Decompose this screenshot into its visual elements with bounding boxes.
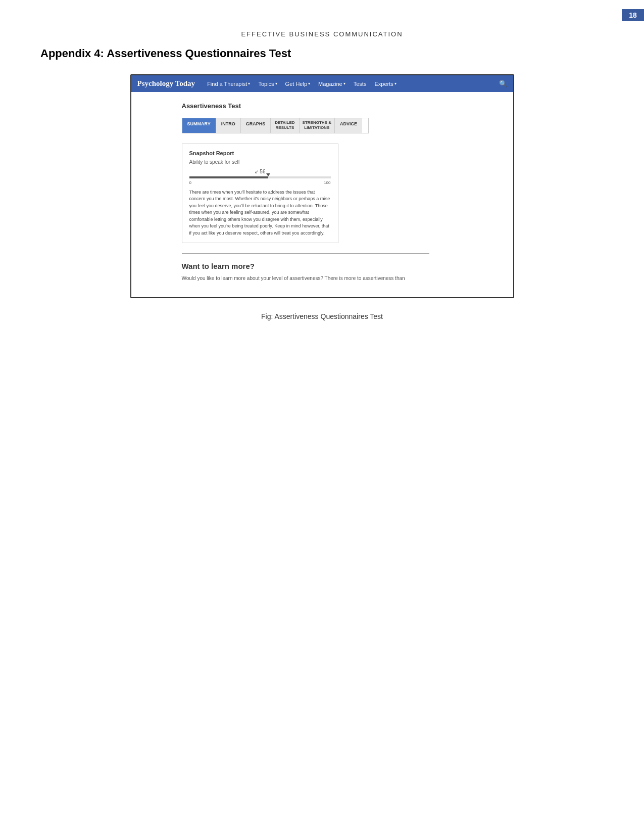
nav-label-tests: Tests bbox=[354, 81, 367, 87]
snapshot-title: Snapshot Report bbox=[189, 150, 331, 156]
snapshot-report-box: Snapshot Report Ability to speak for sel… bbox=[182, 144, 338, 244]
score-value: 56 bbox=[260, 169, 265, 174]
tab-strengths-limitations[interactable]: STRENGTHS &LIMITATIONS bbox=[300, 118, 335, 133]
score-max: 100 bbox=[324, 180, 330, 185]
score-labels: 0 100 bbox=[189, 180, 331, 185]
browser-screenshot: Psychology Today Find a Therapist ▾ Topi… bbox=[130, 74, 514, 298]
tab-intro[interactable]: INTRO bbox=[216, 118, 241, 133]
tab-detailed-results[interactable]: DETAILEDRESULTS bbox=[271, 118, 299, 133]
appendix-heading: Appendix 4: Assertiveness Questionnaires… bbox=[40, 47, 604, 60]
nav-item-find-therapist[interactable]: Find a Therapist ▾ bbox=[207, 81, 250, 87]
browser-content: Assertiveness Test SUMMARY INTRO GRAPHS … bbox=[131, 92, 513, 297]
nav-item-topics[interactable]: Topics ▾ bbox=[258, 81, 277, 87]
test-title: Assertiveness Test bbox=[182, 102, 498, 110]
learn-more-section: Want to learn more? Would you like to le… bbox=[182, 262, 498, 287]
nav-item-experts[interactable]: Experts ▾ bbox=[374, 81, 396, 87]
score-min: 0 bbox=[189, 180, 191, 185]
nav-label-topics: Topics bbox=[258, 81, 274, 87]
nav-item-magazine[interactable]: Magazine ▾ bbox=[318, 81, 345, 87]
search-icon[interactable]: 🔍 bbox=[499, 80, 507, 87]
learn-more-title: Want to learn more? bbox=[182, 262, 498, 270]
tab-bar: SUMMARY INTRO GRAPHS DETAILEDRESULTS STR… bbox=[182, 118, 369, 133]
caret-topics: ▾ bbox=[275, 81, 277, 86]
tab-graphs[interactable]: GRAPHS bbox=[241, 118, 271, 133]
nav-item-get-help[interactable]: Get Help ▾ bbox=[285, 81, 310, 87]
nav-label-find-therapist: Find a Therapist bbox=[207, 81, 247, 87]
score-indicator: ↙ 56 bbox=[189, 169, 331, 174]
tab-summary[interactable]: SUMMARY bbox=[182, 118, 216, 133]
score-bar-fill bbox=[189, 176, 269, 178]
snapshot-subtitle: Ability to speak for self bbox=[189, 159, 331, 165]
figure-caption: Fig: Assertiveness Questionnaires Test bbox=[40, 312, 604, 320]
score-bar-track bbox=[189, 176, 331, 178]
snapshot-description: There are times when you'll hesitate to … bbox=[189, 189, 331, 237]
caret-find-therapist: ▾ bbox=[248, 81, 250, 86]
page-content: EFFECTIVE BUSINESS COMMUNICATION Appendi… bbox=[0, 0, 644, 351]
nav-item-tests[interactable]: Tests bbox=[354, 81, 367, 87]
section-divider bbox=[182, 253, 429, 254]
nav-label-magazine: Magazine bbox=[318, 81, 342, 87]
caret-magazine: ▾ bbox=[343, 81, 345, 86]
browser-inner: Assertiveness Test SUMMARY INTRO GRAPHS … bbox=[131, 92, 513, 297]
score-bar-marker bbox=[266, 173, 270, 176]
learn-more-text: Would you like to learn more about your … bbox=[182, 274, 498, 282]
nav-label-get-help: Get Help bbox=[285, 81, 307, 87]
browser-navbar: Psychology Today Find a Therapist ▾ Topi… bbox=[131, 75, 513, 92]
score-bar-container bbox=[189, 176, 331, 178]
page-number-badge: 18 bbox=[622, 9, 644, 21]
brand-logo: Psychology Today bbox=[137, 79, 195, 88]
caret-experts: ▾ bbox=[394, 81, 397, 86]
document-title: EFFECTIVE BUSINESS COMMUNICATION bbox=[40, 30, 604, 38]
caret-get-help: ▾ bbox=[308, 81, 310, 86]
nav-label-experts: Experts bbox=[374, 81, 393, 87]
tab-advice[interactable]: ADVICE bbox=[335, 118, 362, 133]
